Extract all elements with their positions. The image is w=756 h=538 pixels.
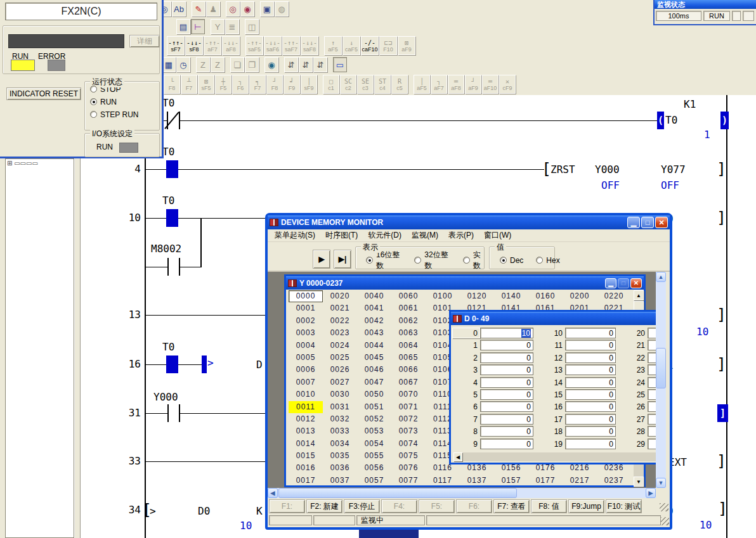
fkey-F10[interactable]: F10: 测试 <box>606 499 642 513</box>
run-state-radio-icon[interactable] <box>90 98 97 105</box>
y-grid-cell[interactable]: 0043 <box>357 327 391 339</box>
fkey-F9[interactable]: F9:Jump <box>568 499 604 513</box>
y-grid-cell[interactable]: 0137 <box>460 475 494 487</box>
monitor-status-title[interactable]: 监视状态 <box>655 0 756 9</box>
monitor-start-all-button[interactable]: ▶| <box>334 250 351 269</box>
mdi-horizontal-scrollbar[interactable]: ◀ ▶ <box>268 488 656 498</box>
window-split-icon[interactable]: ◫ <box>245 19 259 34</box>
y-grid-cell[interactable]: 0053 <box>357 425 391 437</box>
y-grid-cell[interactable]: 0016 <box>289 462 323 474</box>
d-value-field[interactable]: 0 <box>480 439 533 449</box>
y-grid-cell[interactable]: 0002 <box>289 315 323 327</box>
ladder-tool-F10[interactable]: ⊏⊐F10 <box>379 36 397 55</box>
y-grid-cell[interactable]: 0054 <box>357 438 391 450</box>
steps2-icon[interactable]: ⇵ <box>299 57 313 72</box>
d-value-field[interactable] <box>648 426 656 437</box>
circle-disabled-icon[interactable]: ◍ <box>275 1 289 16</box>
y-grid-cell[interactable]: 0064 <box>391 340 426 352</box>
y-scroll-down-icon[interactable]: ▼ <box>634 477 644 487</box>
y-grid-cell[interactable]: 0117 <box>426 475 460 487</box>
y-grid-cell[interactable]: 0060 <box>391 290 426 302</box>
y-grid-cell[interactable]: 0074 <box>391 438 426 450</box>
find-circle-icon[interactable]: ◎ <box>226 1 240 16</box>
d-value-field[interactable]: 0 <box>480 340 533 350</box>
y-grid-cell[interactable]: 0006 <box>289 364 323 376</box>
y-grid-cell[interactable]: 0040 <box>357 290 391 302</box>
indicator-reset-button[interactable]: INDICATOR RESET <box>6 87 81 100</box>
page-find-icon[interactable]: ▤ <box>176 19 190 34</box>
d-value-field[interactable]: 0 <box>565 377 616 388</box>
y-grid-cell[interactable]: 0030 <box>323 388 357 400</box>
y-grid-cell[interactable]: 0052 <box>357 413 391 425</box>
d-horizontal-scrollbar[interactable]: ◀ <box>453 452 656 461</box>
y-grid-cell[interactable]: 0200 <box>563 290 597 302</box>
y-grid-cell[interactable]: 0063 <box>391 327 426 339</box>
y-grid-cell[interactable]: 0041 <box>357 302 391 314</box>
y-grid-cell[interactable]: 0075 <box>391 450 426 462</box>
clock-find-icon[interactable]: ◷ <box>176 57 190 72</box>
run-state-radio-icon[interactable] <box>90 86 97 93</box>
y-grid-cell[interactable]: 0217 <box>563 475 597 487</box>
detail-button[interactable]: 详细 <box>129 35 160 48</box>
mdi-vertical-scrollbar[interactable]: ▲ ▼ <box>656 272 666 488</box>
ladder-tool-cF9[interactable]: ✕cF9 <box>499 75 516 94</box>
y-grid-cell[interactable]: 0003 <box>289 327 323 339</box>
y-grid-cell[interactable]: 0073 <box>391 425 426 437</box>
ladder-tool-c5[interactable]: Rc5 <box>391 75 408 94</box>
y-grid-cell[interactable]: 0013 <box>289 425 323 437</box>
y-grid-cell[interactable]: 0042 <box>357 315 391 327</box>
fkey-F2[interactable]: F2: 新建 <box>306 499 342 513</box>
display-format-option[interactable]: 32位整数 <box>414 255 448 266</box>
d-value-field[interactable] <box>648 328 656 338</box>
display-format-radio-icon[interactable] <box>366 257 373 264</box>
y-grid-cell[interactable]: 0031 <box>323 401 357 413</box>
compare-icon[interactable]: ≣ <box>225 19 239 34</box>
d-value-field[interactable]: 0 <box>565 426 616 437</box>
d-value-field[interactable]: 0 <box>480 426 533 437</box>
d-value-field[interactable]: 0 <box>565 364 616 375</box>
mdi-vscroll-thumb[interactable] <box>656 348 666 388</box>
window-swap-icon[interactable]: ▣ <box>260 1 274 16</box>
d-value-field[interactable]: 10 <box>480 328 533 338</box>
ladder-tool-aF9[interactable]: ⊠aF9 <box>398 36 415 55</box>
ladder-tool-F6[interactable]: ┐F6 <box>232 75 249 94</box>
ladder-tool-F5[interactable]: ┼F5 <box>215 75 231 94</box>
y-grid-cell[interactable]: 0025 <box>323 352 357 364</box>
d-value-field[interactable]: 0 <box>565 389 616 400</box>
steps1-icon[interactable]: ⇵ <box>284 57 298 72</box>
y-grid-cell[interactable]: 0024 <box>323 340 357 352</box>
y-grid-cell[interactable]: 0047 <box>357 376 391 388</box>
y-grid-cell[interactable]: 0120 <box>460 290 494 302</box>
y-grid-cell[interactable]: 0056 <box>357 462 391 474</box>
y-grid-cell[interactable]: 0037 <box>323 475 357 487</box>
y-grid-cell[interactable]: 0157 <box>494 475 528 487</box>
d-window-title-bar[interactable]: D 0- 49 <box>451 312 656 325</box>
d-value-field[interactable]: 0 <box>480 389 533 400</box>
monitor-mode-icon[interactable]: ▭ <box>333 57 347 72</box>
ladder-tool-c2[interactable]: SCc2 <box>340 75 356 94</box>
y-grid-cell[interactable]: 0004 <box>289 340 323 352</box>
display-format-radio-icon[interactable] <box>463 257 470 264</box>
y-grid-cell[interactable]: 0007 <box>289 376 323 388</box>
display-format-option[interactable]: 16位整数 <box>366 255 400 266</box>
y-grid-cell[interactable]: 0066 <box>391 364 426 376</box>
y-grid-cell[interactable]: 0017 <box>289 475 323 487</box>
value-format-radio-icon[interactable] <box>500 257 507 264</box>
y-grid-cell[interactable]: 0077 <box>391 475 426 487</box>
y-grid-cell[interactable]: 0026 <box>323 364 357 376</box>
y-grid-cell[interactable]: 0050 <box>357 388 391 400</box>
y-grid-cell[interactable]: 0044 <box>357 340 391 352</box>
panel-splitter[interactable] <box>74 158 81 538</box>
ladder-tool-F8[interactable]: └F8 <box>164 75 180 94</box>
ladder-tool-aF5[interactable]: ↑aF5 <box>324 36 342 55</box>
ladder-tool-saF5[interactable]: -↑↑-saF5 <box>245 36 263 55</box>
dmm-menu-item[interactable]: 窗口(W) <box>479 229 516 242</box>
fkey-F3[interactable]: F3:停止 <box>344 499 380 513</box>
resize-grip[interactable] <box>660 517 669 525</box>
find-circle2-icon[interactable]: ◉ <box>240 1 254 16</box>
mdi-hscroll-thumb[interactable] <box>278 488 517 498</box>
ladder-tool-F7[interactable]: ┴F7 <box>181 75 197 94</box>
ladder-tool-saF6[interactable]: -↓↓-saF6 <box>264 36 282 55</box>
y-grid-cell[interactable]: 0034 <box>323 438 357 450</box>
y-maximize-button[interactable]: □ <box>618 278 629 288</box>
